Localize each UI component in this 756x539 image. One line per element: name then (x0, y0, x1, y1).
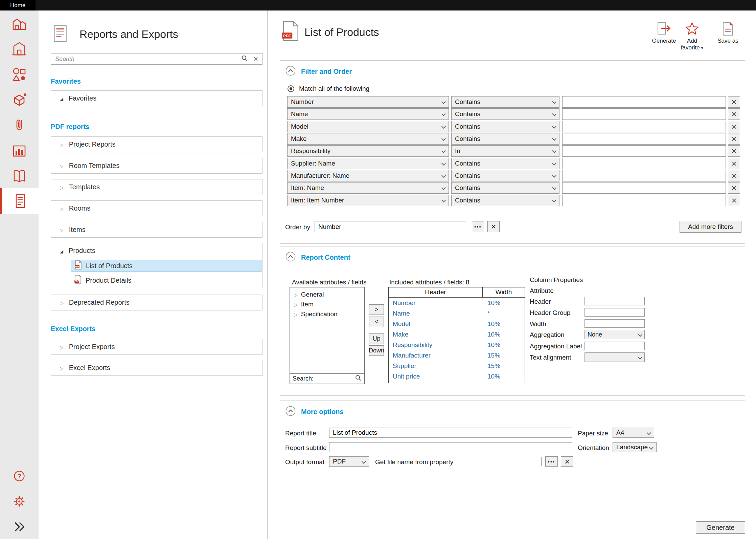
expand-icon[interactable] (60, 226, 64, 234)
nav-products-button[interactable] (0, 87, 39, 113)
collapse-filter-button[interactable] (285, 66, 296, 76)
filter-operator-select[interactable]: Contains (451, 133, 559, 145)
filter-value-input[interactable] (562, 158, 726, 169)
filter-operator-select[interactable]: Contains (451, 96, 559, 108)
group-favorites[interactable]: Favorites (51, 90, 262, 106)
expand-rail-button[interactable] (0, 517, 39, 537)
table-row[interactable]: Unit price10% (389, 371, 525, 382)
remove-filter-button[interactable]: × (728, 182, 740, 194)
search-icon[interactable] (241, 55, 248, 63)
filter-value-input[interactable] (562, 170, 726, 181)
collapse-more-button[interactable] (285, 406, 296, 416)
tree-item-specification[interactable]: Specification (290, 309, 364, 319)
file-name-property-input[interactable] (456, 457, 542, 466)
table-row[interactable]: Model10% (389, 319, 525, 329)
remove-filter-button[interactable]: × (728, 121, 740, 132)
group-deprecated-reports[interactable]: Deprecated Reports (51, 295, 262, 310)
collapse-icon[interactable] (60, 247, 63, 255)
expand-icon[interactable] (60, 343, 64, 351)
filter-operator-select[interactable]: Contains (451, 158, 559, 169)
nav-handbook-button[interactable] (0, 163, 39, 189)
expand-icon[interactable] (60, 364, 64, 372)
tree-item-general[interactable]: General (290, 289, 364, 299)
collapse-content-button[interactable] (285, 252, 296, 262)
move-down-button[interactable]: Down (369, 345, 384, 356)
expand-icon[interactable] (60, 183, 64, 191)
header-input[interactable] (585, 297, 645, 305)
match-all-radio[interactable] (288, 85, 294, 92)
file-name-clear-button[interactable]: × (561, 456, 573, 467)
remove-filter-button[interactable]: × (728, 133, 740, 145)
filter-attribute-select[interactable]: Item: Name (287, 182, 449, 194)
fields-search-row[interactable]: Search: (290, 373, 364, 384)
group-items[interactable]: Items (51, 222, 262, 238)
add-favorite-button[interactable]: Add favorite (676, 22, 708, 51)
group-templates[interactable]: Templates (51, 179, 262, 195)
tree-item-item[interactable]: Item (290, 299, 364, 309)
move-left-button[interactable]: < (369, 317, 384, 327)
clear-search-icon[interactable]: × (253, 55, 258, 63)
aggregation-select[interactable]: None (585, 330, 645, 339)
nav-warehouse-button[interactable] (0, 10, 39, 36)
expand-icon[interactable] (60, 162, 64, 170)
filter-attribute-select[interactable]: Model (287, 121, 449, 132)
table-row[interactable]: Supplier15% (389, 361, 525, 371)
width-input[interactable] (585, 319, 645, 328)
nav-attachments-button[interactable] (0, 113, 39, 138)
filter-value-input[interactable] (562, 121, 726, 132)
filter-attribute-select[interactable]: Name (287, 108, 449, 120)
order-by-input[interactable] (315, 221, 466, 232)
expand-icon[interactable] (60, 141, 64, 148)
order-by-clear-button[interactable]: × (487, 221, 500, 232)
remove-filter-button[interactable]: × (728, 158, 740, 169)
group-project-exports[interactable]: Project Exports (51, 339, 262, 355)
paper-size-select[interactable]: A4 (613, 428, 654, 438)
remove-filter-button[interactable]: × (728, 108, 740, 120)
filter-attribute-select[interactable]: Manufacturer: Name (287, 170, 449, 181)
settings-button[interactable] (0, 491, 39, 512)
move-up-button[interactable]: Up (369, 333, 384, 344)
expand-icon[interactable] (294, 291, 298, 298)
add-more-filters-button[interactable]: Add more filters (680, 221, 741, 233)
filter-operator-select[interactable]: Contains (451, 182, 559, 194)
group-project-reports[interactable]: Project Reports (51, 136, 262, 152)
search-icon[interactable] (355, 374, 362, 383)
expand-icon[interactable] (294, 301, 298, 308)
filter-value-input[interactable] (562, 96, 726, 108)
report-subtitle-input[interactable] (329, 442, 572, 452)
group-products-header[interactable]: Products (51, 243, 262, 258)
filter-operator-select[interactable]: Contains (451, 195, 559, 206)
expand-icon[interactable] (294, 310, 298, 318)
move-right-button[interactable]: > (369, 304, 384, 315)
order-by-more-button[interactable]: ••• (472, 221, 484, 232)
table-row[interactable]: Number10% (389, 298, 525, 308)
table-row[interactable]: Manufacturer15% (389, 350, 525, 361)
collapse-icon[interactable] (60, 94, 63, 102)
table-row[interactable]: Make10% (389, 329, 525, 340)
file-name-more-button[interactable]: ••• (545, 456, 558, 467)
report-title-input[interactable] (329, 428, 572, 438)
search-input[interactable] (55, 56, 236, 63)
group-room-templates[interactable]: Room Templates (51, 158, 262, 174)
home-tab[interactable]: Home (0, 0, 36, 10)
remove-filter-button[interactable]: × (728, 170, 740, 181)
filter-value-input[interactable] (562, 133, 726, 145)
filter-value-input[interactable] (562, 108, 726, 120)
output-format-select[interactable]: PDF (329, 456, 369, 467)
generate-button[interactable]: Generate (696, 521, 745, 534)
table-row[interactable]: Responsibility10% (389, 340, 525, 350)
remove-filter-button[interactable]: × (728, 195, 740, 206)
table-row[interactable]: Name* (389, 308, 525, 319)
filter-attribute-select[interactable]: Supplier: Name (287, 158, 449, 169)
orientation-select[interactable]: Landscape (613, 442, 657, 452)
group-excel-exports[interactable]: Excel Exports (51, 360, 262, 376)
nav-shapes-button[interactable] (0, 62, 39, 87)
generate-tool-button[interactable]: Generate (648, 22, 680, 44)
filter-operator-select[interactable]: Contains (451, 121, 559, 132)
filter-attribute-select[interactable]: Make (287, 133, 449, 145)
group-rooms[interactable]: Rooms (51, 200, 262, 216)
help-button[interactable]: ? (0, 466, 39, 486)
header-group-input[interactable] (585, 308, 645, 317)
filter-attribute-select[interactable]: Responsibility (287, 145, 449, 157)
filter-attribute-select[interactable]: Item: Item Number (287, 195, 449, 206)
